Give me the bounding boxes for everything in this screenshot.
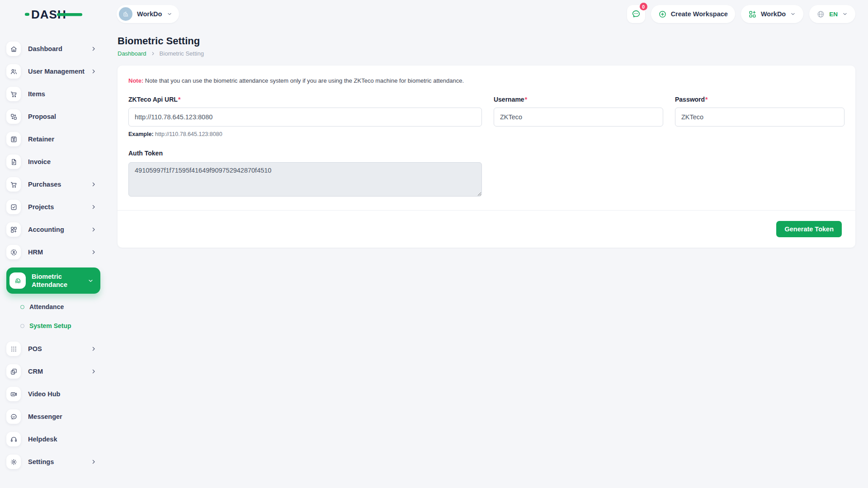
subitem-label: Attendance (29, 303, 64, 310)
chevron-right-icon (90, 181, 97, 188)
sidebar-item-messenger[interactable]: Messenger (6, 409, 100, 424)
chevron-right-icon (90, 368, 97, 375)
chevron-right-icon (90, 226, 97, 233)
sidebar-item-dashboard[interactable]: Dashboard (6, 42, 100, 56)
cart-icon (6, 177, 21, 192)
workspace-avatar (119, 7, 132, 21)
person-focus-icon (6, 245, 21, 259)
sidebar-item-proposal[interactable]: Proposal (6, 109, 100, 124)
app-logo[interactable]: DASH (0, 6, 105, 22)
sidebar: Dashboard User Management Items Proposal (0, 28, 105, 484)
breadcrumb-dashboard-link[interactable]: Dashboard (118, 50, 146, 57)
building-icon (122, 10, 129, 18)
card-footer: Generate Token (118, 210, 855, 248)
app-menu-dropdown[interactable]: WorkDo (741, 5, 803, 23)
sidebar-item-invoice[interactable]: Invoice (6, 155, 100, 169)
main-content: Biometric Setting Dashboard Biometric Se… (105, 28, 868, 248)
sidebar-item-biometric-attendance[interactable]: Biometric Attendance (6, 267, 100, 294)
required-marker: * (178, 96, 180, 103)
chevron-down-icon (166, 11, 173, 17)
biometric-setting-card: Note: Note that you can use the biometri… (118, 66, 855, 248)
password-field-group: Password* (675, 96, 844, 137)
sidebar-item-purchases[interactable]: Purchases (6, 177, 100, 192)
language-selector[interactable]: EN (809, 5, 855, 23)
check-square-icon (6, 200, 21, 214)
sidebar-item-items[interactable]: Items (6, 87, 100, 101)
sidebar-item-label: Dashboard (28, 45, 90, 52)
workspace-switcher[interactable]: WorkDo (117, 5, 179, 23)
username-input[interactable] (494, 108, 663, 127)
sidebar-item-retainer[interactable]: Retainer (6, 132, 100, 146)
sidebar-subitem-attendance[interactable]: Attendance (6, 297, 100, 316)
sidebar-item-video-hub[interactable]: Video Hub (6, 387, 100, 401)
sidebar-item-user-management[interactable]: User Management (6, 64, 100, 79)
chevron-right-icon (90, 46, 97, 52)
overlap-squares-icon (6, 364, 21, 379)
notification-badge: 0 (640, 3, 647, 10)
chat-bubble-icon (631, 9, 641, 19)
dash-logo-icon: DASH (24, 6, 84, 22)
sidebar-item-label: Messenger (28, 413, 100, 420)
chevron-right-icon (90, 249, 97, 255)
sidebar-item-label: User Management (28, 68, 90, 75)
fingerprint-icon (9, 272, 26, 289)
sidebar-item-label: Video Hub (28, 390, 100, 398)
sidebar-item-label: Purchases (28, 181, 90, 188)
auth-token-textarea[interactable]: 49105997f1f71595f41649f909752942870f4510 (128, 162, 482, 197)
chevron-right-icon (90, 68, 97, 75)
users-icon (6, 64, 21, 79)
api-url-input[interactable] (128, 108, 482, 127)
username-field-group: Username* (494, 96, 663, 137)
messages-button[interactable]: 0 (627, 5, 645, 23)
api-url-label: ZKTeco Api URL* (128, 96, 482, 103)
auth-token-field-group: Auth Token 49105997f1f71595f41649f909752… (128, 150, 482, 198)
note-text-block: Note: Note that you can use the biometri… (128, 77, 844, 84)
app-menu-label: WorkDo (761, 10, 786, 18)
sidebar-item-label: HRM (28, 249, 90, 256)
chevron-right-icon (151, 51, 156, 56)
document-icon (6, 155, 21, 169)
sidebar-item-label: Retainer (28, 136, 100, 143)
create-workspace-label: Create Workspace (671, 10, 728, 18)
required-marker: * (705, 96, 708, 103)
password-label: Password* (675, 96, 844, 103)
generate-token-button[interactable]: Generate Token (776, 221, 842, 237)
api-url-field-group: ZKTeco Api URL* Example: http://110.78.6… (128, 96, 482, 137)
headset-icon (6, 432, 21, 446)
sidebar-item-pos[interactable]: POS (6, 342, 100, 356)
subitem-label: System Setup (29, 322, 71, 329)
chat-bubble-icon (6, 409, 21, 424)
sidebar-item-crm[interactable]: CRM (6, 364, 100, 379)
sidebar-item-label: Invoice (28, 158, 100, 165)
sidebar-item-label: POS (28, 345, 90, 352)
sidebar-subitem-system-setup[interactable]: System Setup (6, 316, 100, 335)
language-label: EN (829, 11, 838, 18)
username-label: Username* (494, 96, 663, 103)
home-icon (6, 42, 21, 56)
sidebar-item-hrm[interactable]: HRM (6, 245, 100, 259)
gear-icon (6, 455, 21, 469)
save-disk-icon (6, 132, 21, 146)
sidebar-item-label: Projects (28, 203, 90, 211)
sidebar-item-projects[interactable]: Projects (6, 200, 100, 214)
sidebar-item-label: Accounting (28, 226, 90, 233)
sidebar-item-label: Settings (28, 458, 90, 465)
page-title: Biometric Setting (118, 35, 855, 47)
required-marker: * (525, 96, 527, 103)
grid-apps-icon (748, 10, 757, 19)
breadcrumb: Dashboard Biometric Setting (118, 50, 855, 57)
sidebar-item-settings[interactable]: Settings (6, 455, 100, 469)
sidebar-item-accounting[interactable]: Accounting (6, 222, 100, 237)
sidebar-item-label: Proposal (28, 113, 100, 120)
bullet-ring-icon (20, 305, 24, 309)
plus-circle-icon (658, 10, 667, 19)
api-url-example: Example: http://110.78.645.123:8080 (128, 131, 482, 137)
password-input[interactable] (675, 108, 844, 127)
note-text: Note that you can use the biometric atte… (145, 77, 464, 84)
auth-token-label: Auth Token (128, 150, 482, 157)
sidebar-item-label: CRM (28, 368, 90, 375)
top-bar: DASH WorkDo 0 Create Workspace (0, 0, 868, 28)
sidebar-item-helpdesk[interactable]: Helpdesk (6, 432, 100, 446)
create-workspace-button[interactable]: Create Workspace (651, 5, 735, 23)
grid-plus-icon (6, 222, 21, 237)
